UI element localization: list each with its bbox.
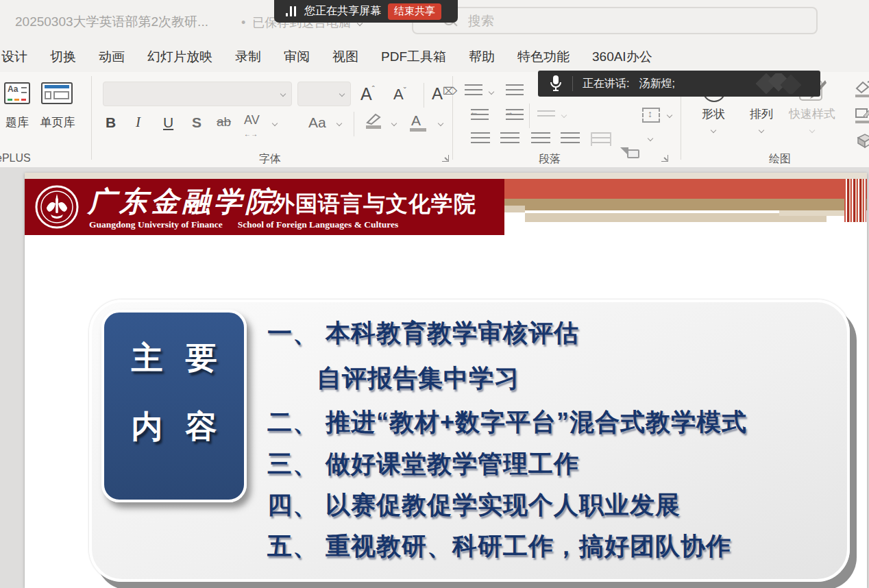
- tab-animations[interactable]: 动画: [99, 48, 125, 66]
- university-seal-icon: [34, 184, 79, 230]
- stop-sharing-button[interactable]: 结束共享: [388, 3, 441, 20]
- font-name-combo[interactable]: [103, 82, 292, 106]
- columns-icon[interactable]: [591, 132, 611, 146]
- tab-help[interactable]: 帮助: [469, 48, 495, 66]
- agenda-item-4[interactable]: 四、 以赛促教促学实现个人职业发展: [267, 489, 681, 522]
- university-name-en: Guangdong University of Finance: [89, 219, 223, 230]
- microphone-icon: [549, 75, 563, 93]
- decor-stripe-light2: [779, 210, 848, 216]
- decor-vertical-stripes: [844, 179, 866, 222]
- speaker-name: 汤新煌;: [639, 77, 674, 91]
- question-bank-icon[interactable]: Aa: [4, 82, 30, 104]
- main-content-label-box[interactable]: 主 要 内 容: [101, 310, 247, 502]
- tab-transitions[interactable]: 切换: [50, 48, 76, 66]
- decor-stripe-orange: [504, 179, 867, 199]
- bullet-separator: •: [241, 16, 245, 29]
- align-right-icon[interactable]: [531, 132, 550, 146]
- shrink-font-button[interactable]: Aˇ: [393, 87, 406, 102]
- label-line1: 主 要: [104, 337, 244, 380]
- drawing-group-label: 绘图: [769, 152, 791, 167]
- chevron-down-icon[interactable]: [648, 136, 653, 141]
- highlight-color-icon[interactable]: [365, 113, 382, 125]
- chevron-down-icon[interactable]: [336, 121, 342, 126]
- paragraph-group-label: 段落: [539, 152, 561, 167]
- ribbon-tab-bar: 设计 切换 动画 幻灯片放映 录制 审阅 视图 PDF工具箱 帮助 特色功能 3…: [0, 41, 869, 72]
- decor-stripe-step: [504, 206, 525, 212]
- signal-bars-icon: [286, 6, 298, 16]
- convert-to-smartart-icon[interactable]: [620, 147, 639, 161]
- tab-special-features[interactable]: 特色功能: [517, 48, 570, 66]
- font-dialog-launcher[interactable]: [441, 154, 449, 162]
- chevron-down-icon[interactable]: [667, 112, 672, 118]
- chevron-down-icon[interactable]: [438, 121, 443, 126]
- agenda-item-1-line2[interactable]: 自评报告集中学习: [317, 362, 519, 395]
- group-separator: [91, 76, 92, 160]
- decor-stripe-tan: [504, 199, 867, 210]
- shape-effects-icon[interactable]: [854, 132, 869, 149]
- chevron-down-icon: [711, 127, 716, 133]
- shape-outline-icon[interactable]: [854, 106, 869, 123]
- font-color-button[interactable]: A: [411, 113, 421, 127]
- change-case-button[interactable]: Aa: [308, 115, 326, 130]
- agenda-item-1[interactable]: 一、 本科教育教学审核评估: [267, 317, 579, 350]
- banner-english-line: Guangdong University of Finance School o…: [89, 219, 398, 230]
- chevron-down-icon[interactable]: [391, 121, 397, 126]
- agenda-item-3[interactable]: 三、 做好课堂教学管理工作: [267, 448, 579, 481]
- tab-review[interactable]: 审阅: [284, 48, 310, 66]
- tab-record[interactable]: 录制: [235, 48, 261, 66]
- single-page-library-button[interactable]: 单页库: [38, 114, 77, 130]
- tab-design[interactable]: 设计: [1, 48, 27, 66]
- clear-formatting-button[interactable]: A⌦: [432, 86, 457, 102]
- tab-pdf-toolbox[interactable]: PDF工具箱: [381, 48, 446, 66]
- tab-view[interactable]: 视图: [332, 48, 358, 66]
- increase-indent-icon[interactable]: [506, 109, 524, 121]
- bullet-list-icon[interactable]: [465, 84, 482, 98]
- school-name-cn: 外国语言与文化学院: [273, 189, 476, 219]
- university-name-calligraphy: 广东金融学院: [88, 183, 277, 221]
- slide[interactable]: 广东金融学院 外国语言与文化学院 Guangdong University of…: [25, 173, 867, 588]
- chevron-down-icon[interactable]: [272, 121, 278, 126]
- question-bank-button[interactable]: 题库: [0, 114, 34, 130]
- text-shadow-button[interactable]: S: [192, 115, 201, 130]
- chevron-down-icon: [809, 127, 815, 133]
- university-banner[interactable]: 广东金融学院 外国语言与文化学院 Guangdong University of…: [25, 179, 504, 235]
- grow-font-button[interactable]: Aˆ: [360, 86, 375, 103]
- chevron-down-icon: [759, 127, 764, 133]
- italic-button[interactable]: I: [136, 115, 140, 130]
- text-direction-icon[interactable]: [642, 108, 660, 123]
- search-bar[interactable]: [412, 7, 818, 34]
- strikethrough-button[interactable]: ab: [217, 115, 231, 128]
- screen-share-banner: 您正在共享屏幕 结束共享: [274, 0, 458, 23]
- align-center-icon[interactable]: [500, 132, 519, 146]
- agenda-item-5[interactable]: 五、 重视教研、科研工作，搞好团队协作: [267, 530, 731, 563]
- align-left-icon[interactable]: [471, 132, 490, 146]
- share-status-label: 您正在共享屏幕: [304, 4, 381, 19]
- single-page-library-icon[interactable]: [41, 82, 73, 104]
- document-title: 20250303大学英语部第2次教研...: [15, 13, 208, 31]
- school-name-en: School of Foreign Languages & Cultures: [238, 219, 399, 230]
- font-group-label: 字体: [259, 152, 281, 167]
- agenda-item-2[interactable]: 二、 推进“教材+数字平台”混合式教学模式: [267, 406, 747, 439]
- character-spacing-button[interactable]: AV←→: [244, 114, 260, 138]
- justify-icon[interactable]: [561, 132, 580, 146]
- speaking-toast: 正在讲话: 汤新煌;: [538, 71, 820, 97]
- bold-button[interactable]: B: [106, 115, 116, 130]
- search-input[interactable]: [467, 11, 798, 32]
- slide-canvas[interactable]: 广东金融学院 外国语言与文化学院 Guangdong University of…: [0, 167, 869, 588]
- tab-slideshow[interactable]: 幻灯片放映: [147, 48, 212, 66]
- label-line2: 内 容: [104, 406, 244, 448]
- chevron-down-icon[interactable]: [561, 112, 567, 118]
- officeplus-group-label: ePLUS: [0, 152, 31, 164]
- decrease-indent-icon[interactable]: [471, 109, 489, 121]
- speaking-label: 正在讲话:: [583, 77, 629, 91]
- underline-button[interactable]: U: [163, 115, 173, 130]
- app-watermark-logo: [756, 73, 801, 94]
- shape-fill-icon[interactable]: [854, 80, 869, 97]
- tab-360ai-office[interactable]: 360AI办公: [592, 48, 652, 66]
- numbered-list-icon[interactable]: [506, 84, 524, 98]
- line-spacing-icon[interactable]: [537, 110, 555, 120]
- font-size-combo[interactable]: [297, 82, 351, 106]
- chevron-down-icon[interactable]: [489, 89, 494, 95]
- paragraph-dialog-launcher[interactable]: [661, 154, 668, 162]
- slide-top-strip: [25, 173, 867, 179]
